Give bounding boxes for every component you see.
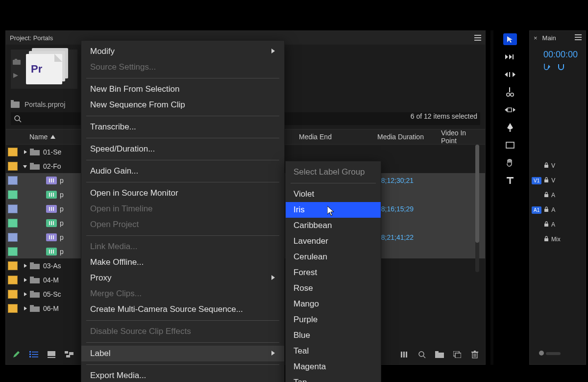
label-option[interactable]: Rose [286,280,381,296]
label-submenu[interactable]: Select Label GroupVioletIrisCaribbeanLav… [285,161,381,382]
vertical-scrollbar[interactable] [475,145,479,272]
expander-icon[interactable] [21,276,29,284]
list-view-icon[interactable] [29,351,38,358]
context-menu[interactable]: ModifySource Settings...New Bin From Sel… [81,40,285,382]
track-header[interactable]: V1V [530,173,586,188]
col-media-end[interactable]: Media End [295,133,373,141]
menu-item[interactable]: Open in Source Monitor [81,185,284,201]
col-video-in-point[interactable]: Video In Point [437,129,485,145]
ripple-edit-tool-icon[interactable] [503,69,517,80]
slip-tool-icon[interactable] [503,104,517,116]
menu-item-label: New Bin From Selection [90,84,179,94]
pen-tool-icon[interactable] [503,122,517,133]
expander-icon[interactable] [21,262,29,270]
track-header[interactable]: Mix [530,232,586,247]
timeline-tab-title[interactable]: Main [542,34,556,42]
bin-clip-icon [29,290,40,298]
lock-icon[interactable] [543,205,549,214]
lock-icon[interactable] [543,235,549,244]
menu-item-label: Create Multi-Camera Source Sequence... [90,305,243,314]
label-option[interactable]: Cerulean [286,249,381,265]
timeline-scrollbar[interactable] [539,349,563,354]
col-media-duration[interactable]: Media Duration [373,133,437,141]
menu-item[interactable]: Label [81,346,284,361]
label-option[interactable]: Magenta [286,359,381,375]
expander-icon[interactable] [21,162,29,170]
menu-item[interactable]: Create Multi-Camera Source Sequence... [81,302,284,317]
track-select-forward-tool-icon[interactable] [503,51,517,63]
panel-menu-icon[interactable] [575,34,582,42]
menu-item[interactable]: Audio Gain... [81,163,284,179]
new-bin-icon[interactable] [435,351,444,358]
label-option[interactable]: Tan [286,375,381,382]
expander-icon[interactable] [21,290,29,298]
label-option[interactable]: Forest [286,265,381,280]
menu-item[interactable]: New Sequence From Clip [81,97,284,113]
label-option[interactable]: Teal [286,343,381,359]
label-option[interactable]: Mango [286,296,381,312]
rectangle-tool-icon[interactable] [503,139,517,151]
lock-icon[interactable] [543,191,549,200]
svg-rect-78 [544,224,548,227]
svg-marker-55 [509,54,512,59]
label-option[interactable]: Violet [286,186,381,202]
label-option[interactable]: Caribbean [286,218,381,233]
label-option[interactable]: Iris [286,202,381,218]
label-option[interactable]: Purple [286,312,381,328]
menu-item-label: Merge Clips... [90,289,142,299]
video-clip-icon [46,233,57,241]
audio-clip-icon [46,191,57,199]
type-tool-icon[interactable] [503,175,517,186]
menu-item[interactable]: Modify [81,44,284,59]
svg-rect-74 [544,165,548,168]
track-header[interactable]: A [530,217,586,232]
panel-divider[interactable] [490,30,493,365]
menu-item: Open Project [81,217,284,232]
menu-item[interactable]: Export Media... [81,368,284,382]
menu-item[interactable]: Transcribe... [81,119,284,135]
track-header[interactable]: A1A [530,203,586,217]
trash-icon[interactable] [470,351,479,358]
label-option[interactable]: Lavender [286,233,381,249]
menu-item[interactable]: Make Offline... [81,255,284,270]
icon-view-icon[interactable] [47,351,56,358]
track-header[interactable]: V [530,158,586,173]
svg-rect-1 [474,37,481,38]
pencil-icon[interactable] [12,351,21,358]
label-option[interactable]: Blue [286,328,381,343]
lock-icon[interactable] [543,176,549,185]
track-source-chip[interactable]: V1 [532,177,541,184]
svg-rect-22 [30,292,40,298]
track-header[interactable]: A [530,188,586,203]
track-source-chip[interactable]: A1 [532,206,541,214]
svg-rect-19 [30,278,40,283]
expander-icon[interactable] [21,148,29,156]
col-name[interactable]: Name [29,133,48,141]
lock-icon[interactable] [543,220,549,229]
menu-item[interactable]: Speed/Duration... [81,141,284,157]
razor-tool-icon[interactable] [503,86,517,98]
hand-tool-icon[interactable] [503,157,517,169]
find-icon[interactable] [417,351,426,358]
svg-marker-8 [50,135,55,139]
timeline-timecode[interactable]: 00:00:00 [530,45,586,63]
submenu-title[interactable]: Select Label Group [286,164,381,180]
selection-tool-icon[interactable] [503,33,517,45]
row-name: p [60,248,64,255]
menu-item-label: Open Project [90,220,139,229]
label-swatch [8,290,18,299]
expander-icon[interactable] [21,305,29,312]
menu-item[interactable]: New Bin From Selection [81,81,284,97]
magnet-icon[interactable] [557,63,565,73]
panel-menu-icon[interactable] [474,35,481,41]
close-icon[interactable]: × [534,34,538,42]
svg-rect-77 [544,209,548,212]
new-item-icon[interactable] [453,351,462,358]
snap-icon[interactable] [543,63,551,73]
clip-view-icon[interactable] [400,351,409,358]
svg-rect-44 [435,351,439,353]
menu-item[interactable]: Proxy [81,270,284,286]
lock-icon[interactable] [543,161,549,170]
freeform-view-icon[interactable] [65,351,74,358]
track-label: V [551,177,555,184]
